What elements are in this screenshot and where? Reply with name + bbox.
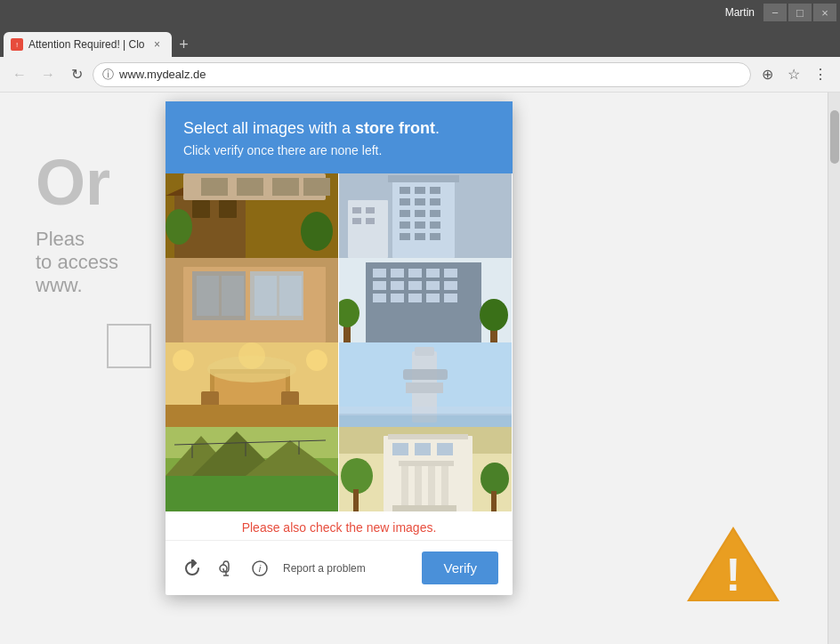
svg-point-78	[238, 342, 265, 369]
svg-rect-106	[415, 443, 431, 455]
svg-rect-61	[408, 294, 422, 302]
svg-point-77	[306, 350, 327, 371]
maximize-button[interactable]: □	[788, 4, 812, 21]
svg-rect-84	[339, 414, 512, 427]
tab-bar: ! Attention Required! | Clo × +	[0, 25, 840, 57]
svg-rect-11	[272, 178, 299, 196]
minimize-button[interactable]: −	[763, 4, 787, 21]
tab-close-button[interactable]: ×	[150, 37, 165, 52]
captcha-image-6[interactable]	[339, 342, 512, 427]
forward-button[interactable]: →	[36, 62, 61, 87]
svg-rect-83	[415, 347, 434, 356]
address-input[interactable]	[119, 68, 741, 81]
svg-rect-5	[192, 200, 210, 218]
captcha-image-7[interactable]	[166, 427, 338, 511]
captcha-image-8[interactable]	[339, 427, 512, 511]
svg-rect-50	[391, 269, 404, 278]
svg-rect-54	[373, 281, 386, 290]
captcha-modal: Select all images with a store front. Cl…	[166, 101, 513, 595]
svg-point-14	[301, 212, 333, 251]
svg-rect-44	[254, 276, 277, 316]
captcha-image-4[interactable]	[339, 258, 512, 342]
svg-rect-57	[426, 281, 440, 290]
svg-rect-112	[491, 491, 497, 511]
svg-point-109	[341, 458, 373, 494]
captcha-image-2[interactable]	[339, 173, 512, 258]
svg-rect-20	[430, 187, 440, 194]
svg-rect-58	[444, 281, 457, 290]
svg-rect-6	[219, 200, 237, 218]
tab-favicon: !	[11, 38, 23, 51]
audio-captcha-button[interactable]	[214, 556, 238, 581]
svg-rect-75	[166, 405, 338, 427]
captcha-notice: Please also check the new images.	[166, 511, 513, 540]
svg-rect-35	[366, 207, 375, 213]
captcha-footer: i Report a problem Verify	[166, 540, 513, 595]
svg-rect-51	[408, 269, 422, 278]
svg-rect-24	[400, 210, 410, 217]
refresh-captcha-button[interactable]	[180, 556, 205, 581]
svg-point-67	[480, 299, 508, 331]
svg-rect-105	[392, 443, 408, 455]
close-button[interactable]: ×	[813, 4, 836, 21]
captcha-overlay: Select all images with a store front. Cl…	[0, 93, 840, 644]
svg-rect-22	[415, 198, 425, 205]
captcha-header-title: Select all images with a store front.	[183, 117, 495, 140]
nav-bar: ← → ↻ ⓘ ⊕ ☆ ⋮	[0, 57, 840, 93]
svg-rect-10	[237, 178, 263, 196]
svg-point-13	[166, 209, 192, 245]
svg-rect-12	[303, 178, 330, 196]
page-content: Or Pleas to access www. ! Select all ima…	[0, 93, 840, 644]
svg-rect-26	[430, 210, 440, 217]
captcha-header: Select all images with a store front. Cl…	[166, 101, 513, 173]
svg-rect-82	[406, 382, 443, 393]
title-bar: Martin − □ ×	[0, 0, 840, 25]
svg-rect-18	[400, 187, 410, 194]
svg-rect-56	[408, 281, 422, 290]
new-tab-button[interactable]: +	[172, 32, 197, 57]
captcha-image-3[interactable]	[166, 258, 338, 342]
captcha-image-grid	[166, 173, 513, 511]
svg-rect-59	[373, 294, 386, 302]
captcha-image-1[interactable]	[166, 173, 338, 258]
svg-rect-29	[430, 221, 440, 229]
svg-point-111	[481, 463, 509, 495]
svg-rect-46	[192, 271, 246, 320]
active-tab[interactable]: ! Attention Required! | Clo ×	[4, 32, 172, 57]
svg-rect-100	[401, 463, 408, 507]
back-button[interactable]: ←	[7, 62, 32, 87]
svg-rect-30	[400, 233, 410, 240]
tab-title: Attention Required! | Clo	[28, 38, 145, 51]
captcha-footer-icons: i	[180, 556, 272, 581]
svg-rect-9	[201, 178, 228, 196]
menu-button[interactable]: ⋮	[808, 62, 833, 87]
svg-rect-36	[352, 218, 361, 224]
svg-rect-31	[415, 233, 425, 240]
svg-rect-108	[392, 505, 456, 511]
svg-rect-107	[437, 443, 453, 455]
svg-rect-60	[391, 294, 404, 302]
extension-button[interactable]: ⊕	[755, 62, 779, 87]
user-label: Martin	[725, 6, 755, 19]
svg-marker-113	[192, 559, 196, 567]
svg-rect-27	[400, 221, 410, 229]
svg-rect-53	[444, 269, 457, 278]
info-captcha-button[interactable]: i	[247, 556, 272, 581]
svg-rect-32	[430, 233, 440, 240]
svg-rect-49	[373, 269, 386, 278]
bookmark-button[interactable]: ☆	[781, 62, 806, 87]
reload-button[interactable]: ↻	[64, 62, 89, 87]
svg-rect-103	[441, 463, 448, 507]
svg-rect-63	[444, 294, 457, 302]
svg-rect-37	[366, 218, 375, 224]
report-problem-link[interactable]: Report a problem	[283, 562, 411, 575]
address-bar[interactable]: ⓘ	[93, 62, 751, 87]
svg-rect-28	[415, 221, 425, 229]
svg-rect-19	[415, 187, 425, 194]
captcha-image-5[interactable]	[166, 342, 338, 427]
svg-rect-52	[426, 269, 440, 278]
captcha-header-subtitle: Click verify once there are none left.	[183, 143, 495, 157]
verify-button[interactable]: Verify	[422, 551, 498, 584]
svg-rect-34	[352, 207, 361, 213]
svg-rect-102	[428, 463, 435, 507]
